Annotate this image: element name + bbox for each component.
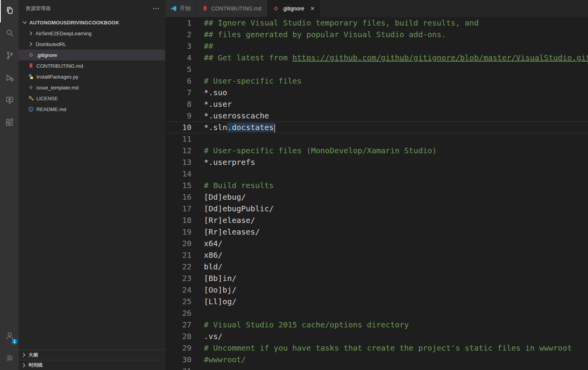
code-line-4[interactable]: 4## Get latest from https://github.com/g… bbox=[165, 52, 588, 63]
activity-search-button[interactable] bbox=[0, 22, 19, 45]
code-line-24[interactable]: 24[Oo]bj/ bbox=[165, 284, 588, 296]
code-text: bld/ bbox=[204, 261, 222, 272]
code-line-8[interactable]: 8*.user bbox=[165, 98, 588, 110]
tree-item-readme-md[interactable]: README.md bbox=[19, 104, 165, 115]
run-debug-icon bbox=[5, 73, 15, 84]
code-text: [Ll]og/ bbox=[204, 296, 236, 307]
code-line-29[interactable]: 29# Uncomment if you have tasks that cre… bbox=[165, 342, 588, 354]
activity-extensions-button[interactable] bbox=[0, 112, 19, 135]
line-number: 18 bbox=[165, 214, 191, 226]
code-line-14[interactable]: 14 bbox=[165, 168, 588, 180]
code-line-6[interactable]: 6# User-specific files bbox=[165, 75, 588, 87]
code-line-7[interactable]: 7*.suo bbox=[165, 87, 588, 98]
code-line-30[interactable]: 30#wwwroot/ bbox=[165, 354, 588, 365]
code-line-2[interactable]: 2## files generated by popular Visual St… bbox=[165, 29, 588, 40]
tab-gitignore[interactable]: .gitignore× bbox=[267, 0, 320, 17]
code-token: [Dd]ebug/ bbox=[204, 192, 246, 202]
chevron-right-icon bbox=[28, 41, 34, 47]
line-number: 13 bbox=[165, 156, 191, 168]
tree-item-issue-template-md[interactable]: issue_template.md bbox=[19, 82, 165, 93]
activity-bar-spacer bbox=[0, 135, 19, 325]
code-line-12[interactable]: 12# User-specific files (MonoDevelop/Xam… bbox=[165, 145, 588, 156]
code-line-22[interactable]: 22bld/ bbox=[165, 261, 588, 272]
code-line-26[interactable]: 26 bbox=[165, 307, 588, 319]
line-number: 28 bbox=[165, 331, 191, 342]
code-line-31[interactable]: 31 bbox=[165, 365, 588, 370]
code-token: [Rr]elease/ bbox=[204, 216, 255, 225]
code-token: bld/ bbox=[204, 262, 222, 271]
code-line-17[interactable]: 17[Dd]ebugPublic/ bbox=[165, 203, 588, 214]
tab-contributing-md[interactable]: CONTRIBUTING.md bbox=[197, 0, 267, 17]
activity-explorer-button[interactable] bbox=[0, 0, 19, 22]
line-number: 23 bbox=[165, 272, 191, 284]
code-line-3[interactable]: 3## bbox=[165, 40, 588, 52]
code-token: *.suo bbox=[204, 88, 227, 97]
line-number: 31 bbox=[165, 365, 191, 370]
code-line-13[interactable]: 13*.userprefs bbox=[165, 156, 588, 168]
code-text: *.user bbox=[204, 98, 232, 110]
panel-label: 时间线 bbox=[29, 362, 43, 368]
code-line-25[interactable]: 25[Ll]og/ bbox=[165, 296, 588, 307]
code-text: [Rr]elease/ bbox=[204, 214, 255, 226]
code-line-27[interactable]: 27# Visual Studio 2015 cache/options dir… bbox=[165, 319, 588, 331]
code-line-20[interactable]: 20x64/ bbox=[165, 238, 588, 249]
code-token: https://github.com/github/gitignore/blob… bbox=[292, 53, 588, 62]
code-line-11[interactable]: 11 bbox=[165, 133, 588, 145]
python-file-icon bbox=[28, 74, 34, 80]
sidebar-panels: 大纲时间线 bbox=[19, 349, 165, 370]
source-control-icon bbox=[5, 50, 15, 62]
code-token: [Ll]og/ bbox=[204, 297, 236, 306]
code-line-16[interactable]: 16[Dd]ebug/ bbox=[165, 191, 588, 203]
line-number: 8 bbox=[165, 98, 191, 110]
line-number: 2 bbox=[165, 29, 191, 40]
code-line-21[interactable]: 21x86/ bbox=[165, 249, 588, 261]
code-line-23[interactable]: 23[Bb]in/ bbox=[165, 272, 588, 284]
sidebar-header: 资源管理器 bbox=[19, 0, 165, 17]
tree-item-license[interactable]: LICENSE bbox=[19, 93, 165, 104]
activity-run-debug-button[interactable] bbox=[0, 67, 19, 90]
tree-item-distributedrl[interactable]: DistributedRL bbox=[19, 39, 165, 50]
search-icon bbox=[5, 28, 15, 39]
code-line-15[interactable]: 15# Build results bbox=[165, 180, 588, 191]
tab-label: .gitignore bbox=[282, 5, 304, 12]
tree-item-autonomousdrivingcookbook[interactable]: AUTONOMOUSDRIVINGCOOKBOOK bbox=[19, 17, 165, 28]
activity-settings-button[interactable] bbox=[0, 348, 19, 370]
more-actions-icon[interactable] bbox=[152, 5, 160, 12]
code-line-19[interactable]: 19[Rr]eleases/ bbox=[165, 226, 588, 238]
code-text: # Uncomment if you have tasks that creat… bbox=[204, 342, 572, 354]
code-text: [Rr]eleases/ bbox=[204, 226, 260, 238]
line-number: 15 bbox=[165, 180, 191, 191]
tree-item-airsime2edeeplearning[interactable]: AirSimE2EDeepLearning bbox=[19, 28, 165, 39]
activity-source-control-button[interactable] bbox=[0, 45, 19, 67]
tree-item-gitignore[interactable]: .gitignore bbox=[19, 50, 165, 60]
tab-label: CONTRIBUTING.md bbox=[211, 5, 262, 12]
vscode-file-icon bbox=[171, 5, 177, 12]
code-text: ## Ignore Visual Studio temporary files,… bbox=[204, 17, 479, 29]
code-line-10[interactable]: 10*.sln.docstates bbox=[165, 122, 588, 133]
code-token: *.sln bbox=[204, 123, 227, 132]
code-token: *.userprefs bbox=[204, 158, 255, 167]
tab-开始[interactable]: 开始 bbox=[165, 0, 197, 17]
file-tree: AUTONOMOUSDRIVINGCOOKBOOKAirSimE2EDeepLe… bbox=[19, 17, 165, 115]
code-line-1[interactable]: 1## Ignore Visual Studio temporary files… bbox=[165, 17, 588, 29]
activity-remote-explorer-button[interactable] bbox=[0, 90, 19, 112]
editor[interactable]: 1## Ignore Visual Studio temporary files… bbox=[165, 17, 588, 370]
settings-icon bbox=[5, 353, 15, 365]
tree-item-installpackages-py[interactable]: InstallPackages.py bbox=[19, 71, 165, 82]
code-token: ## bbox=[204, 41, 213, 51]
activity-account-button[interactable]: 1 bbox=[0, 325, 19, 348]
code-line-28[interactable]: 28.vs/ bbox=[165, 331, 588, 342]
code-line-18[interactable]: 18[Rr]elease/ bbox=[165, 214, 588, 226]
tree-item-contributing-md[interactable]: CONTRIBUTING.md bbox=[19, 60, 165, 71]
code-token: ## files generated by popular Visual Stu… bbox=[204, 30, 446, 39]
line-number: 9 bbox=[165, 110, 191, 122]
code-line-9[interactable]: 9*.userosscache bbox=[165, 110, 588, 122]
sidebar-panel-时间线[interactable]: 时间线 bbox=[19, 360, 165, 370]
code-token: # User-specific files (MonoDevelop/Xamar… bbox=[204, 146, 437, 155]
code-text: [Bb]in/ bbox=[204, 272, 236, 284]
info-file-icon bbox=[28, 106, 34, 112]
close-tab-icon[interactable]: × bbox=[310, 5, 315, 12]
sidebar-panel-大纲[interactable]: 大纲 bbox=[19, 350, 165, 360]
markdown-red-file-icon bbox=[28, 63, 34, 69]
code-line-5[interactable]: 5 bbox=[165, 63, 588, 75]
